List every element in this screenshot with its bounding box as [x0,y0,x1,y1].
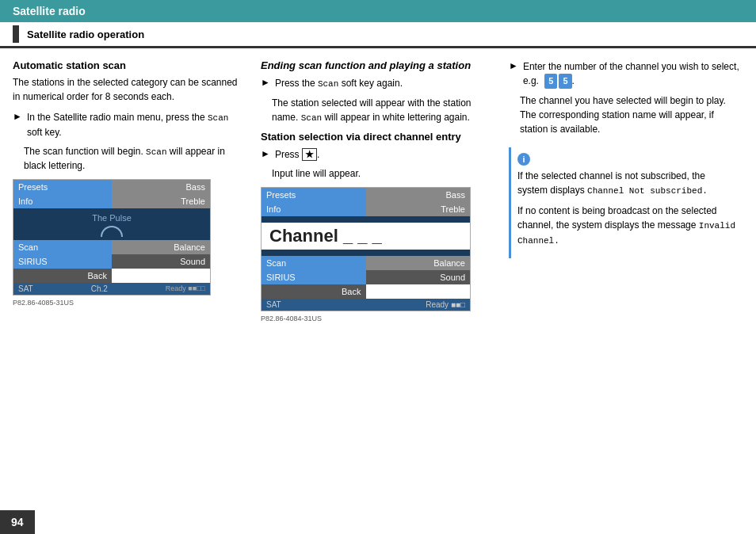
arrow-icon-1: ► [13,111,22,139]
radio-btn-info-1: Info [13,194,112,208]
info-text-2: If no content is being broadcast on the … [517,204,737,247]
radio-btn-sound-2: Sound [366,270,471,284]
mid-arrow-text-1: Press the Scan soft key again. [275,76,403,91]
arrow-icon-2: ► [261,77,270,91]
radio-center-2: Channel _ _ _ [262,216,470,256]
radio-btn-bass-1: Bass [112,180,210,194]
radio-caption-2: P82.86-4084-31US [261,315,494,322]
radio-half-circle-1 [101,226,123,237]
radio-btn-balance-1: Balance [112,240,210,254]
mid-bold-heading: Station selection via direct channel ent… [261,131,494,143]
right-column: ► Enter the number of the channel you wi… [509,59,743,497]
arrow-icon-4: ► [509,60,518,89]
auto-scan-title: Automatic station scan [13,59,246,71]
mid-column: Ending scan function and playing a stati… [261,59,494,497]
radio-btn-sirius-2: SIRIUS [262,270,366,284]
radio-ui-1: Presets Bass Info Treble The Pulse Scan … [13,179,211,296]
radio-btn-back-2: Back [262,284,366,299]
auto-scan-para1: The stations in the selected category ca… [13,75,246,104]
radio-bottom-right-1: Ready ■■□□ [166,284,205,293]
left-column: Automatic station scan The stations in t… [13,59,246,497]
radio-center-text-1: The Pulse [13,213,210,223]
radio-caption-1: P82.86-4085-31US [13,299,246,307]
radio-bottom-left-1: SAT [18,284,33,293]
page-number: 94 [0,510,35,534]
mid-arrow-item-2: ► Press ★. [261,147,494,162]
radio-bottom-bar-1: SAT Ch.2 Ready ■■□□ [13,283,210,295]
radio-btn-presets-2: Presets [262,188,366,202]
info-box: i If the selected channel is not subscri… [509,147,743,259]
radio-bottom-right-2: Ready ■■□ [426,300,465,309]
radio-btn-back-1: Back [13,269,112,283]
radio-btn-scan-2: Scan [262,256,366,270]
left-arrow-item-1: ► In the Satellite radio main menu, pres… [13,110,246,139]
subheader-title: Satellite radio operation [27,29,144,40]
radio-bottom-mid-1: Ch.2 [91,284,108,293]
radio-btn-treble-1: Treble [112,194,210,208]
radio-center-1: The Pulse [13,208,210,240]
mid-input-desc: Input line will appear. [272,166,494,181]
radio-btn-treble-2: Treble [366,202,471,216]
num-chip-2: 5 [559,74,571,89]
mid-arrow-item-1: ► Press the Scan soft key again. [261,76,494,91]
radio-btn-sirius-1: SIRIUS [13,254,112,269]
right-desc1: The channel you have selected will begin… [520,93,743,136]
black-bar [13,25,19,43]
radio-btn-scan-1: Scan [13,240,112,254]
num-chip-1: 5 [544,74,557,89]
left-arrow-text-1: In the Satellite radio main menu, press … [27,110,246,139]
right-arrow-item-1: ► Enter the number of the channel you wi… [509,59,743,89]
radio-btn-bass-2: Bass [366,188,471,202]
num-chips: 5 5 [544,74,571,89]
mid-italic-heading: Ending scan function and playing a stati… [261,59,494,71]
radio-btn-sound-1: Sound [112,254,210,269]
channel-display: Channel _ _ _ [262,223,470,250]
right-arrow-text-1: Enter the number of the channel you wish… [523,59,743,89]
mid-desc1: The station selected will appear with th… [272,96,494,125]
header-bar: Satellite radio [0,0,756,22]
info-icon: i [517,153,530,166]
arrow-icon-3: ► [261,148,270,162]
footer: 94 [0,510,756,534]
info-text-1: If the selected channel is not subscribe… [517,169,737,198]
radio-btn-balance-2: Balance [366,256,471,270]
radio-btn-presets-1: Presets [13,180,112,194]
header-title: Satellite radio [13,5,86,17]
mid-arrow-text-2: Press ★. [275,147,319,162]
radio-bottom-bar-2: SAT Ready ■■□ [262,299,470,311]
scan-begin-desc: The scan function will begin. Scan will … [24,144,246,174]
radio-ui-2: Presets Bass Info Treble Channel _ _ _ S… [261,187,471,311]
radio-bottom-left-2: SAT [266,300,281,309]
radio-btn-info-2: Info [262,202,366,216]
